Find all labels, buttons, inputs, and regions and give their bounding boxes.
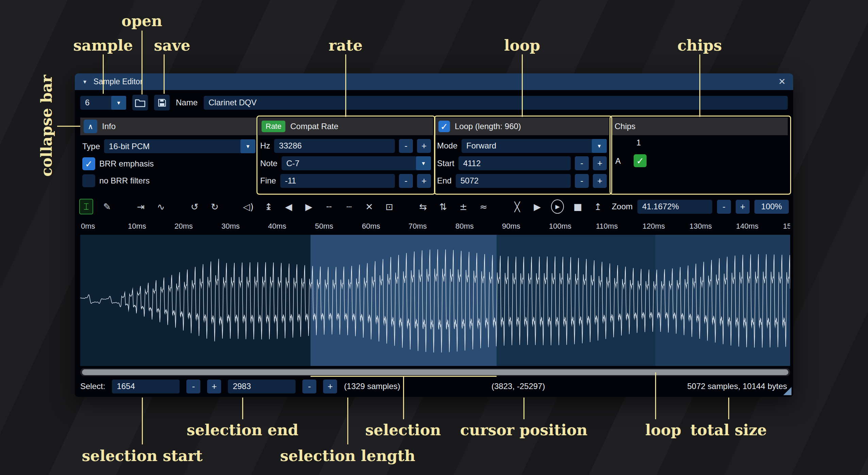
insert-silence-icon[interactable]: ╌ xyxy=(323,199,335,214)
rate-header-bar: Rate Compat Rate xyxy=(258,118,433,135)
fine-plus-button[interactable]: + xyxy=(417,174,431,188)
selection-start-plus-button[interactable]: + xyxy=(207,380,221,393)
zoom-input[interactable]: 41.1672% xyxy=(637,200,712,214)
window-collapse-icon[interactable]: ▼ xyxy=(82,79,87,85)
open-button[interactable] xyxy=(132,95,148,110)
annotation-line-loop-top xyxy=(522,54,523,117)
loop-start-plus-button[interactable]: + xyxy=(593,156,607,170)
preview-loop-icon[interactable]: ▶ xyxy=(551,199,564,214)
fade-out-icon[interactable]: ▶ xyxy=(302,199,315,214)
total-size-text: 5072 samples, 10144 bytes xyxy=(687,382,787,391)
loop-end-label: End xyxy=(437,176,452,186)
upload-icon[interactable]: ↥ xyxy=(591,199,604,214)
collapse-bar-button[interactable]: ∧ xyxy=(84,120,97,133)
redo-icon[interactable]: ↻ xyxy=(208,199,221,214)
sign-flip-icon[interactable]: ± xyxy=(457,199,470,214)
chevron-down-icon[interactable]: ▼ xyxy=(111,96,126,110)
annotation-line-selection-start xyxy=(142,398,143,444)
zoom-minus-button[interactable]: - xyxy=(717,200,731,214)
sample-select-value: 6 xyxy=(80,98,111,107)
loop-end-minus-button[interactable]: - xyxy=(575,174,589,188)
loop-mode-select[interactable]: Forward ▼ xyxy=(462,139,607,153)
note-select-value: C-7 xyxy=(282,159,416,168)
zoom-reset-button[interactable]: 100% xyxy=(754,200,789,214)
note-select[interactable]: C-7 ▼ xyxy=(282,156,431,170)
brr-emphasis-checkbox[interactable]: ✓ xyxy=(82,157,95,170)
chip-row-label: A xyxy=(615,156,621,166)
brr-emphasis-label: BRR emphasis xyxy=(99,159,154,169)
chip-enable-checkbox[interactable]: ✓ xyxy=(634,154,647,167)
annotation-line-save xyxy=(164,54,165,94)
ruler-label: 30ms xyxy=(221,222,240,231)
hz-input[interactable]: 33286 xyxy=(274,139,395,153)
preview-icon[interactable]: ▶ xyxy=(531,199,544,214)
selection-end-input[interactable]: 2983 xyxy=(228,380,296,393)
filter-icon[interactable]: ≈ xyxy=(477,199,490,214)
loop-start-minus-button[interactable]: - xyxy=(575,156,589,170)
delete-icon[interactable]: ✕ xyxy=(363,199,375,214)
horizontal-scrollbar[interactable] xyxy=(80,368,790,376)
ruler-label: 40ms xyxy=(268,222,286,231)
annotation-rate: rate xyxy=(329,37,363,54)
stop-icon[interactable]: ■ xyxy=(571,199,584,214)
resize-icon[interactable]: ⇥ xyxy=(134,199,147,214)
annotation-selection-start: selection start xyxy=(82,447,202,464)
resize-grip[interactable] xyxy=(783,387,791,395)
sample-select[interactable]: 6 ▼ xyxy=(80,96,126,110)
resample-icon[interactable]: ∿ xyxy=(154,199,167,214)
ruler-label: 90ms xyxy=(502,222,520,231)
loop-header-bar: ✓ Loop (length: 960) xyxy=(435,118,609,135)
select-icon[interactable]: ⌶ xyxy=(79,199,93,214)
annotation-total-size: total size xyxy=(690,421,767,439)
annotation-sample: sample xyxy=(73,37,133,54)
type-select[interactable]: 16-bit PCM ▼ xyxy=(104,139,255,153)
ruler-label: 80ms xyxy=(455,222,474,231)
type-select-value: 16-bit PCM xyxy=(104,142,240,151)
info-header-bar: ∧ Info xyxy=(80,118,257,135)
time-ruler[interactable]: 0ms 10ms 20ms 30ms 40ms 50ms 60ms 70ms 8… xyxy=(80,220,790,233)
window-title: Sample Editor xyxy=(94,77,143,86)
draw-icon[interactable]: ✎ xyxy=(101,199,113,214)
waveform-view xyxy=(80,235,790,366)
save-button[interactable] xyxy=(154,95,170,110)
hz-minus-button[interactable]: - xyxy=(399,139,413,153)
normalize-icon[interactable]: ↨ xyxy=(262,199,275,214)
selection-end-minus-button[interactable]: - xyxy=(302,380,316,393)
rate-header-label: Compat Rate xyxy=(290,122,338,131)
loop-end-input[interactable]: 5072 xyxy=(456,174,571,188)
selection-start-input[interactable]: 1654 xyxy=(112,380,180,393)
fine-input[interactable]: -11 xyxy=(280,174,395,188)
loop-start-input[interactable]: 4112 xyxy=(458,156,571,170)
ruler-label: 50ms xyxy=(315,222,333,231)
loop-start-label: Start xyxy=(437,159,454,168)
amplify-icon[interactable]: ◁) xyxy=(242,199,255,214)
chevron-down-icon[interactable]: ▼ xyxy=(416,156,431,170)
no-brr-filters-checkbox[interactable] xyxy=(82,174,95,187)
scrollbar-thumb[interactable] xyxy=(82,369,788,375)
reverse-icon[interactable]: ⇆ xyxy=(417,199,429,214)
no-brr-filters-label: no BRR filters xyxy=(99,176,150,186)
hz-plus-button[interactable]: + xyxy=(417,139,431,153)
invert-icon[interactable]: ⇅ xyxy=(437,199,449,214)
apply-silence-icon[interactable]: ┄ xyxy=(343,199,355,214)
chevron-down-icon[interactable]: ▼ xyxy=(240,139,255,153)
fade-in-icon[interactable]: ◀ xyxy=(282,199,295,214)
waveform-canvas[interactable] xyxy=(80,235,790,366)
rate-badge: Rate xyxy=(262,121,285,132)
crossfade-icon[interactable]: ╳ xyxy=(511,199,523,214)
zoom-plus-button[interactable]: + xyxy=(736,200,750,214)
selection-end-plus-button[interactable]: + xyxy=(323,380,337,393)
annotation-line-selection-end xyxy=(242,398,243,419)
close-icon[interactable]: ✕ xyxy=(778,76,786,87)
loop-enable-checkbox[interactable]: ✓ xyxy=(438,121,450,132)
loop-end-plus-button[interactable]: + xyxy=(593,174,607,188)
chevron-down-icon[interactable]: ▼ xyxy=(592,139,607,153)
ruler-label: 70ms xyxy=(408,222,427,231)
zoom-cluster: Zoom 41.1672% - + 100% xyxy=(612,200,789,214)
trim-icon[interactable]: ⊡ xyxy=(383,199,396,214)
ruler-label: 140ms xyxy=(736,222,758,231)
undo-icon[interactable]: ↺ xyxy=(188,199,201,214)
loop-section: ✓ Loop (length: 960) Mode Forward ▼ Star… xyxy=(435,118,609,191)
fine-minus-button[interactable]: - xyxy=(399,174,413,188)
selection-start-minus-button[interactable]: - xyxy=(186,380,200,393)
